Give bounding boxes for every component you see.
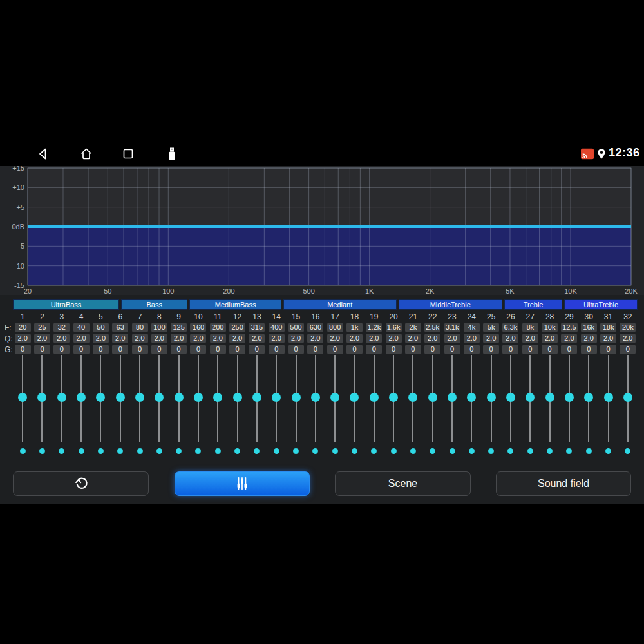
slider-knob[interactable] <box>584 393 593 402</box>
slider-knob[interactable] <box>506 393 515 402</box>
slider-knob[interactable] <box>545 393 554 402</box>
gain-slider[interactable] <box>423 355 442 442</box>
gain-value-cell: 0 <box>482 344 501 355</box>
gain-slider[interactable] <box>501 355 520 442</box>
home-icon[interactable] <box>79 146 94 162</box>
q-value-chip: 2.0 <box>288 334 304 343</box>
q-value-chip: 2.0 <box>151 334 167 343</box>
slider-knob[interactable] <box>311 393 320 402</box>
slider-knob[interactable] <box>272 393 281 402</box>
gain-value-cell: 0 <box>91 344 110 355</box>
gain-slider[interactable] <box>71 355 91 442</box>
gain-slider[interactable] <box>384 355 403 442</box>
gain-slider[interactable] <box>306 355 325 442</box>
slider-knob[interactable] <box>213 393 222 402</box>
slider-knob[interactable] <box>370 393 379 402</box>
band-dot-cell <box>71 447 91 455</box>
gain-slider[interactable] <box>13 355 32 442</box>
slider-knob[interactable] <box>487 393 496 402</box>
gain-slider[interactable] <box>325 355 345 442</box>
slider-knob[interactable] <box>467 393 476 402</box>
slider-knob[interactable] <box>37 393 46 402</box>
gain-slider[interactable] <box>149 355 169 442</box>
band-indicator-dot <box>410 448 416 454</box>
slider-knob[interactable] <box>428 393 437 402</box>
scene-button[interactable]: Scene <box>335 471 471 496</box>
slider-knob[interactable] <box>194 393 203 402</box>
slider-knob[interactable] <box>330 393 339 402</box>
slider-knob[interactable] <box>77 393 86 402</box>
freq-value-cell: 80 <box>130 322 149 333</box>
slider-knob[interactable] <box>96 393 105 402</box>
slider-knob[interactable] <box>389 393 398 402</box>
slider-knob[interactable] <box>292 393 301 402</box>
band-dot-cell <box>442 447 462 455</box>
gain-slider[interactable] <box>267 355 286 442</box>
slider-knob[interactable] <box>57 393 66 402</box>
gain-slider[interactable] <box>403 355 422 442</box>
gain-slider[interactable] <box>365 355 384 442</box>
q-value-cell: 2.0 <box>618 333 638 344</box>
freq-value-chip: 250 <box>229 323 245 332</box>
gain-slider[interactable] <box>111 355 130 442</box>
band-number-cell: 5 <box>91 312 110 322</box>
slider-knob[interactable] <box>448 393 457 402</box>
gain-slider[interactable] <box>91 355 110 442</box>
slider-knob[interactable] <box>252 393 261 402</box>
gain-value-cell: 0 <box>149 344 169 355</box>
gain-slider[interactable] <box>598 355 618 442</box>
freq-value-chip: 20k <box>620 323 636 332</box>
slider-knob[interactable] <box>135 393 144 402</box>
slider-knob[interactable] <box>233 393 242 402</box>
gain-slider[interactable] <box>32 355 52 442</box>
slider-knob[interactable] <box>526 393 535 402</box>
slider-knob[interactable] <box>175 393 184 402</box>
q-value-chip: 2.0 <box>522 334 538 343</box>
gain-slider[interactable] <box>345 355 364 442</box>
gain-slider[interactable] <box>227 355 247 442</box>
gain-slider[interactable] <box>482 355 501 442</box>
band-number-cell: 20 <box>384 312 403 322</box>
gain-slider[interactable] <box>442 355 462 442</box>
slider-knob[interactable] <box>408 393 417 402</box>
band-dot-cell <box>325 447 345 455</box>
q-value-cell: 2.0 <box>52 333 71 344</box>
gain-value-chip: 0 <box>229 345 245 354</box>
gain-slider[interactable] <box>618 355 638 442</box>
gain-slider[interactable] <box>560 355 579 442</box>
gain-slider[interactable] <box>286 355 305 442</box>
gain-value-cell: 0 <box>286 344 305 355</box>
slider-knob[interactable] <box>116 393 125 402</box>
gain-slider[interactable] <box>189 355 208 442</box>
slider-knob[interactable] <box>623 393 632 402</box>
gain-slider[interactable] <box>130 355 149 442</box>
freq-value-chip: 63 <box>112 323 128 332</box>
q-value-cell: 2.0 <box>227 333 247 344</box>
band-group-header: UltraBassBassMediumBassMediantMiddleTreb… <box>13 299 638 310</box>
back-icon[interactable] <box>35 146 51 162</box>
usb-drive-icon[interactable] <box>164 146 180 162</box>
gain-slider[interactable] <box>247 355 267 442</box>
slider-knob[interactable] <box>18 393 27 402</box>
gain-slider[interactable] <box>208 355 227 442</box>
gain-value-chip: 0 <box>151 345 167 354</box>
freq-value-chip: 160 <box>190 323 206 332</box>
slider-knob[interactable] <box>350 393 359 402</box>
slider-knob[interactable] <box>604 393 613 402</box>
gain-slider[interactable] <box>462 355 481 442</box>
equalizer-button[interactable] <box>175 471 310 496</box>
slider-knob[interactable] <box>155 393 164 402</box>
gain-slider[interactable] <box>169 355 189 442</box>
sound-field-button[interactable]: Sound field <box>496 471 631 496</box>
reset-button[interactable] <box>13 471 149 496</box>
gain-value-cell: 0 <box>365 344 384 355</box>
gain-slider[interactable] <box>520 355 540 442</box>
band-dot-cell <box>482 447 501 455</box>
gain-slider[interactable] <box>52 355 71 442</box>
freq-value-cell: 1.6k <box>384 322 403 333</box>
slider-knob[interactable] <box>565 393 574 402</box>
gain-value-chip: 0 <box>483 345 499 354</box>
gain-slider[interactable] <box>540 355 559 442</box>
recents-icon[interactable] <box>120 146 136 162</box>
gain-slider[interactable] <box>579 355 598 442</box>
